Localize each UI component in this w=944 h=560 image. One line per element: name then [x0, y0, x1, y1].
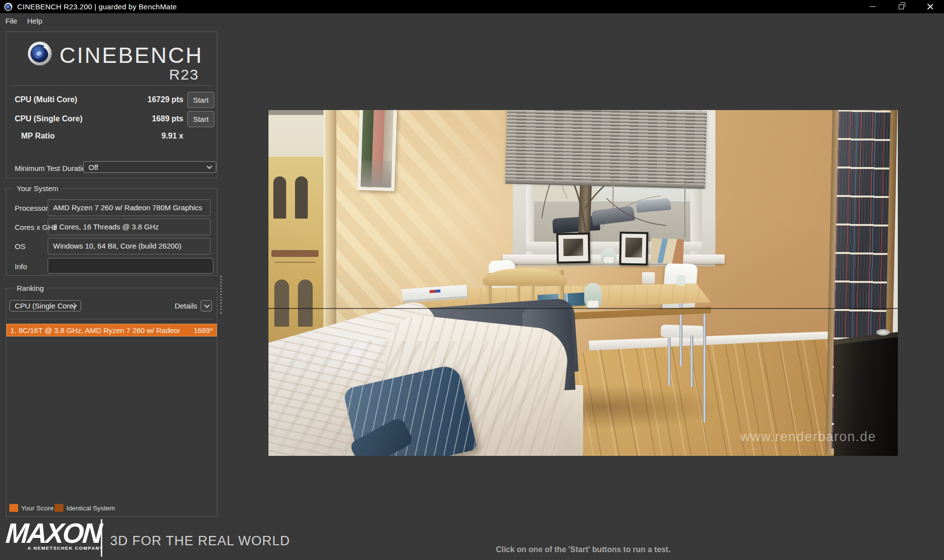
ranking-filter-select[interactable]: CPU (Single Core): [9, 300, 81, 311]
menu-help[interactable]: Help: [22, 15, 47, 27]
mp-ratio-label: MP Ratio: [21, 132, 55, 140]
your-score-label: Your Score: [21, 504, 54, 512]
cinebench-logo-icon: [27, 41, 53, 66]
chevron-down-icon: [206, 164, 212, 169]
maxon-sublogo: A NEMETSCHEK COMPANY: [28, 545, 91, 551]
divider: [9, 319, 214, 319]
multi-core-score: 16729 pts: [148, 95, 183, 104]
ranking-title: Ranking: [13, 284, 47, 292]
system-row-cores: Cores x GHz 8 Cores, 16 Threads @ 3.8 GH…: [6, 219, 217, 236]
ranking-group: Ranking CPU (Single Core) Details 1. 8C/…: [6, 284, 217, 517]
ranking-legend: Your Score Identical System: [6, 504, 217, 512]
start-multi-core-button[interactable]: Start: [187, 92, 214, 108]
speaker-knob: [876, 329, 890, 336]
ranking-entry-label: 1. 8C/16T @ 3.8 GHz, AMD Ryzen 7 260 w/ …: [10, 326, 180, 335]
system-row-info: Info: [6, 258, 217, 275]
photo-frame: [619, 231, 648, 265]
info-input[interactable]: [48, 258, 213, 274]
bench-row-mp-ratio: MP Ratio 9.91 x: [6, 128, 218, 144]
test-duration-label: Minimum Test Duration: [15, 164, 90, 172]
mp-ratio-value: 9.91 x: [162, 132, 183, 140]
ranking-entry-score: 1689*: [194, 326, 213, 335]
close-icon: [927, 3, 933, 10]
menubar: File Help: [0, 13, 944, 28]
status-message: Click on one of the 'Start' buttons to r…: [268, 545, 898, 554]
close-button[interactable]: [915, 0, 944, 13]
single-core-score: 1689 pts: [152, 114, 183, 123]
render-tile-artifact-line: [268, 308, 898, 309]
blind-cord: [684, 180, 685, 238]
small-jar: [677, 275, 685, 286]
system-row-os: OS Windows 10, 64 Bit, Core (build 26200…: [6, 238, 217, 255]
app-logo-version: R23: [169, 66, 199, 83]
cores-value: 8 Cores, 16 Threads @ 3.8 GHz: [48, 219, 210, 235]
identical-system-label: Identical System: [66, 504, 115, 512]
restore-button[interactable]: [887, 0, 915, 13]
window-controls: [858, 0, 944, 13]
menu-file[interactable]: File: [0, 15, 22, 27]
identical-system-swatch: [55, 504, 63, 512]
start-single-core-button[interactable]: Start: [187, 111, 214, 127]
small-picture-frame: [357, 110, 397, 191]
test-duration-select[interactable]: Off: [83, 161, 216, 173]
window-title: CINEBENCH R23.200 | guarded by BenchMate: [17, 2, 177, 11]
test-duration-value: Off: [88, 163, 98, 171]
chevron-down-icon: [204, 302, 209, 308]
ranking-filter-value: CPU (Single Core): [15, 302, 76, 310]
mug: [642, 272, 655, 284]
maxon-logo: MAXON: [5, 517, 98, 548]
bench-row-single-core: CPU (Single Core) 1689 pts Start: [6, 111, 218, 127]
footer-tagline: 3D FOR THE REAL WORLD: [110, 533, 290, 549]
your-system-group: Your System Processor AMD Ryzen 7 260 w/…: [6, 184, 217, 276]
os-value: Windows 10, 64 Bit, Core (build 26200): [48, 238, 210, 254]
postcards: [650, 238, 684, 264]
render-preview-image: www.renderbaron.de: [268, 110, 898, 456]
info-label: Info: [15, 262, 27, 271]
venetian-blinds: [505, 110, 707, 186]
ranking-entry-your-score[interactable]: 1. 8C/16T @ 3.8 GHz, AMD Ryzen 7 260 w/ …: [6, 324, 217, 336]
details-select[interactable]: [201, 300, 212, 311]
photo-frame: [556, 232, 590, 263]
your-system-title: Your System: [13, 184, 62, 193]
system-row-processor: Processor AMD Ryzen 7 260 w/ Radeon 780M…: [6, 199, 217, 217]
glass-vase: [601, 249, 617, 264]
render-watermark: www.renderbaron.de: [740, 429, 876, 445]
app-window: CINEBENCH R23.200 | guarded by BenchMate…: [0, 0, 944, 560]
glass-vase-on-table: [584, 283, 602, 309]
multi-core-label: CPU (Multi Core): [15, 95, 77, 104]
footer-divider: [101, 519, 102, 557]
processor-label: Processor: [15, 204, 48, 212]
bench-row-multi-core: CPU (Multi Core) 16729 pts Start: [6, 92, 218, 108]
cinebench-app-icon: [4, 2, 13, 11]
details-label: Details: [175, 302, 197, 310]
blind-cord: [613, 178, 614, 209]
panel-splitter-handle[interactable]: [220, 276, 222, 314]
restore-icon: [899, 4, 904, 9]
test-duration-row: Minimum Test Duration Off: [6, 163, 218, 174]
app-logo-text: CINEBENCH: [59, 43, 207, 68]
your-score-swatch: [9, 504, 18, 512]
minimize-button[interactable]: [858, 0, 887, 13]
titlebar: CINEBENCH R23.200 | guarded by BenchMate: [0, 0, 944, 13]
single-core-label: CPU (Single Core): [15, 114, 83, 123]
benchmark-panel: CINEBENCH R23 CPU (Multi Core) 16729 pts…: [6, 31, 217, 178]
processor-value: AMD Ryzen 7 260 w/ Radeon 780M Graphics: [48, 199, 210, 216]
os-label: OS: [15, 242, 26, 251]
white-chair-right-seat: [661, 324, 705, 338]
divider: [11, 85, 213, 85]
minimize-icon: [870, 6, 876, 7]
